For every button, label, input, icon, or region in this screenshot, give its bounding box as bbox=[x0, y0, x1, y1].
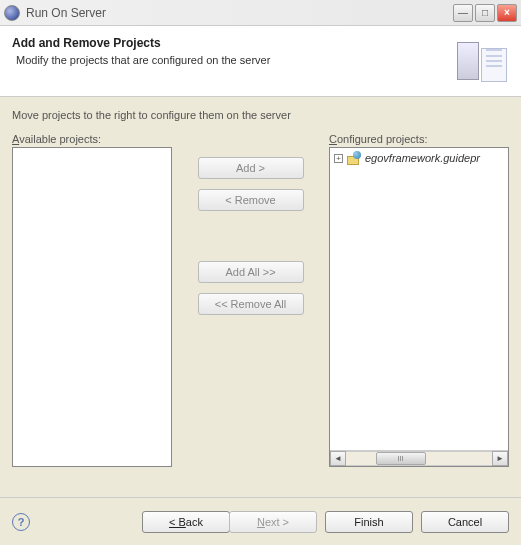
available-projects-list[interactable] bbox=[12, 147, 172, 467]
wizard-banner-icon bbox=[453, 36, 509, 86]
page-title: Add and Remove Projects bbox=[12, 36, 453, 50]
expand-icon[interactable]: + bbox=[334, 154, 343, 163]
scroll-thumb[interactable] bbox=[376, 452, 426, 465]
available-label: Available projects: bbox=[12, 133, 172, 145]
instruction-text: Move projects to the right to configure … bbox=[12, 109, 509, 121]
list-item[interactable]: + egovframework.guidepr bbox=[330, 148, 508, 168]
project-name: egovframework.guidepr bbox=[365, 152, 480, 164]
add-button[interactable]: Add > bbox=[198, 157, 304, 179]
back-button[interactable]: < Back bbox=[142, 511, 230, 533]
help-icon[interactable]: ? bbox=[12, 513, 30, 531]
scroll-right-button[interactable]: ► bbox=[492, 451, 508, 466]
content-area: Move projects to the right to configure … bbox=[0, 97, 521, 479]
maximize-button[interactable]: □ bbox=[475, 4, 495, 22]
add-all-button[interactable]: Add All >> bbox=[198, 261, 304, 283]
configured-projects-list[interactable]: + egovframework.guidepr ◄ ► bbox=[329, 147, 509, 467]
scroll-track[interactable] bbox=[346, 451, 492, 466]
minimize-button[interactable]: — bbox=[453, 4, 473, 22]
remove-button[interactable]: < Remove bbox=[198, 189, 304, 211]
web-project-icon bbox=[347, 151, 361, 165]
finish-button[interactable]: Finish bbox=[325, 511, 413, 533]
scroll-left-button[interactable]: ◄ bbox=[330, 451, 346, 466]
configured-label: Configured projects: bbox=[329, 133, 509, 145]
cancel-button[interactable]: Cancel bbox=[421, 511, 509, 533]
remove-all-button[interactable]: << Remove All bbox=[198, 293, 304, 315]
title-bar[interactable]: Run On Server — □ × bbox=[0, 0, 521, 26]
app-icon bbox=[4, 5, 20, 21]
wizard-footer: ? < Back Next > Finish Cancel bbox=[0, 497, 521, 545]
next-button: Next > bbox=[229, 511, 317, 533]
wizard-header: Add and Remove Projects Modify the proje… bbox=[0, 26, 521, 97]
horizontal-scrollbar[interactable]: ◄ ► bbox=[330, 450, 508, 466]
window-title: Run On Server bbox=[26, 6, 451, 20]
close-button[interactable]: × bbox=[497, 4, 517, 22]
page-subtitle: Modify the projects that are configured … bbox=[12, 54, 453, 66]
